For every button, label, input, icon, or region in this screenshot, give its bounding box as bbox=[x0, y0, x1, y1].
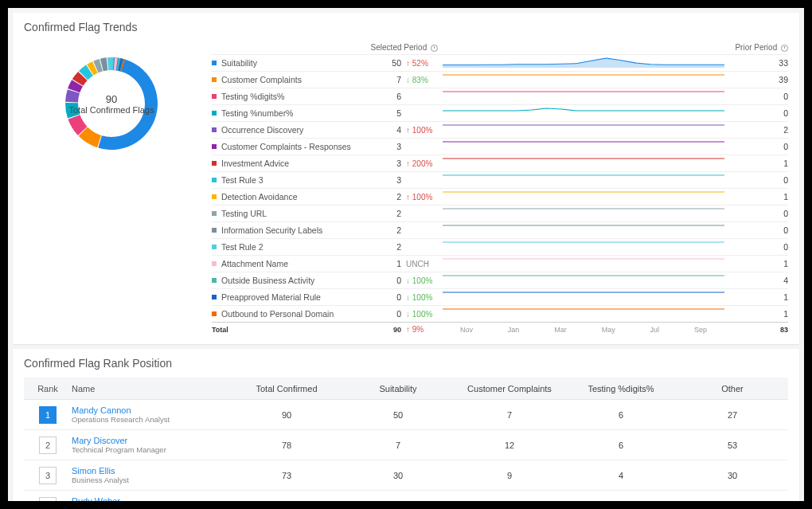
donut-label: Total Confirmed Flags bbox=[69, 105, 154, 115]
prior-value: 39 bbox=[724, 75, 788, 84]
selected-value: 7 bbox=[363, 75, 401, 84]
rank-row[interactable]: 1Mandy CannonOperations Research Analyst… bbox=[24, 400, 788, 430]
selected-value: 6 bbox=[363, 92, 401, 101]
axis-label: Mar bbox=[554, 326, 567, 334]
trend-name: Test Rule 3 bbox=[221, 175, 264, 185]
axis-label: May bbox=[602, 326, 615, 334]
selected-value: 3 bbox=[363, 175, 401, 185]
rank-title: Confirmed Flag Rank Position bbox=[13, 349, 799, 373]
rank-cell-c1: 7 bbox=[342, 440, 454, 450]
clock-icon bbox=[431, 45, 438, 52]
trend-name: Investment Advice bbox=[221, 159, 289, 168]
rank-cell-c3: 6 bbox=[565, 410, 677, 420]
rank-badge[interactable]: 2 bbox=[39, 437, 57, 454]
rank-badge[interactable]: 3 bbox=[39, 467, 57, 484]
header-c3: Testing %digits% bbox=[565, 384, 677, 393]
color-swatch bbox=[212, 144, 217, 149]
header-prior: Prior Period bbox=[724, 43, 788, 52]
trend-row[interactable]: Detection Avoidance2100%1 bbox=[212, 188, 788, 205]
selected-value: 2 bbox=[363, 242, 401, 252]
trend-name: Detection Avoidance bbox=[221, 192, 298, 202]
trends-panel: Confirmed Flag Trends 90 Total Confirmed… bbox=[13, 13, 799, 344]
trend-row[interactable]: Test Rule 330 bbox=[212, 171, 788, 188]
rank-cell-c1: 2 bbox=[342, 501, 454, 502]
axis-label: Nov bbox=[460, 326, 473, 334]
trend-row[interactable]: Test Rule 220 bbox=[212, 238, 788, 255]
sparkline bbox=[443, 90, 724, 103]
sparkline bbox=[443, 257, 724, 270]
trend-row[interactable]: Testing URL20 bbox=[212, 205, 788, 221]
header-name: Name bbox=[72, 384, 231, 393]
color-swatch bbox=[212, 94, 217, 99]
trend-row[interactable]: Outbound to Personal Domain0100%1 bbox=[212, 305, 788, 322]
trend-name: Attachment Name bbox=[221, 259, 288, 268]
sparkline bbox=[443, 207, 724, 220]
person-name[interactable]: Rudy Weber bbox=[72, 496, 231, 501]
trend-row[interactable]: Testing %number%50 bbox=[212, 104, 788, 121]
person-name[interactable]: Simon Ellis bbox=[72, 466, 231, 476]
delta-value: 52% bbox=[401, 59, 443, 68]
delta-value: UNCH bbox=[401, 260, 443, 268]
trend-row[interactable]: Testing %digits%60 bbox=[212, 88, 788, 104]
prior-value: 0 bbox=[724, 92, 788, 101]
person-name[interactable]: Mandy Cannon bbox=[72, 405, 231, 415]
sparkline bbox=[443, 140, 724, 153]
color-swatch bbox=[212, 61, 217, 65]
prior-value: 0 bbox=[724, 108, 788, 118]
total-delta: 9% bbox=[401, 325, 443, 334]
delta-value: 83% bbox=[401, 76, 443, 84]
rank-row[interactable]: 3Simon EllisBusiness Analyst73309430 bbox=[24, 460, 788, 491]
prior-value: 0 bbox=[724, 242, 788, 252]
selected-value: 0 bbox=[363, 276, 401, 285]
donut-chart[interactable]: 90 Total Confirmed Flags bbox=[56, 48, 167, 159]
color-swatch bbox=[212, 77, 217, 82]
trend-row[interactable]: Outside Business Activity0100%4 bbox=[212, 272, 788, 288]
trend-name: Information Security Labels bbox=[221, 225, 322, 235]
person-name[interactable]: Mary Discover bbox=[72, 436, 231, 445]
trend-row[interactable]: Customer Complaints - Responses30 bbox=[212, 138, 788, 155]
color-swatch bbox=[212, 245, 217, 249]
trend-row[interactable]: Suitability5052%33 bbox=[212, 54, 788, 71]
rank-row[interactable]: 4Rudy WeberAccount Executive38225110 bbox=[24, 491, 788, 501]
delta-value: 100% bbox=[401, 310, 443, 319]
prior-value: 0 bbox=[724, 225, 788, 235]
selected-value: 4 bbox=[363, 125, 401, 135]
trend-name: Testing %number% bbox=[221, 108, 293, 118]
trend-row[interactable]: Preapproved Material Rule0100%1 bbox=[212, 288, 788, 305]
header-total: Total Confirmed bbox=[231, 384, 342, 393]
trend-row[interactable]: Investment Advice3200%1 bbox=[212, 155, 788, 171]
rank-row[interactable]: 2Mary DiscoverTechnical Program Manager7… bbox=[24, 430, 788, 460]
color-swatch bbox=[212, 127, 217, 132]
rank-cell-c3: 6 bbox=[565, 440, 677, 450]
trend-name: Testing URL bbox=[221, 209, 267, 218]
person-role: Business Analyst bbox=[72, 476, 231, 484]
app-root: Confirmed Flag Trends 90 Total Confirmed… bbox=[8, 8, 804, 501]
trend-row[interactable]: Attachment Name1UNCH1 bbox=[212, 255, 788, 272]
color-swatch bbox=[212, 261, 217, 266]
rank-badge[interactable]: 1 bbox=[39, 406, 57, 424]
trend-row[interactable]: Occurrence Discovery4100%2 bbox=[212, 121, 788, 138]
rank-cell-c2: 12 bbox=[454, 440, 565, 450]
color-swatch bbox=[212, 311, 217, 316]
prior-value: 1 bbox=[724, 259, 788, 268]
trend-name: Outside Business Activity bbox=[221, 276, 314, 285]
trends-total-row: Total 90 9% NovJanMarMayJulSep 83 bbox=[212, 322, 788, 336]
rank-badge[interactable]: 4 bbox=[39, 497, 57, 502]
prior-value: 1 bbox=[724, 309, 788, 319]
header-c2: Customer Complaints bbox=[454, 384, 565, 393]
trend-name: Preapproved Material Rule bbox=[221, 292, 321, 302]
sparkline bbox=[443, 291, 724, 303]
delta-value: 100% bbox=[401, 126, 443, 135]
trend-row[interactable]: Information Security Labels20 bbox=[212, 221, 788, 238]
rank-cell-c4: 30 bbox=[677, 471, 788, 480]
delta-value: 100% bbox=[401, 293, 443, 302]
sparkline bbox=[443, 307, 724, 320]
trend-row[interactable]: Customer Complaints783%39 bbox=[212, 71, 788, 88]
total-selected: 90 bbox=[363, 326, 401, 334]
prior-value: 2 bbox=[724, 125, 788, 135]
color-swatch bbox=[212, 111, 217, 116]
header-selected: Selected Period bbox=[363, 43, 443, 52]
selected-value: 0 bbox=[363, 292, 401, 302]
total-prior: 83 bbox=[724, 326, 788, 334]
selected-value: 0 bbox=[363, 309, 401, 319]
